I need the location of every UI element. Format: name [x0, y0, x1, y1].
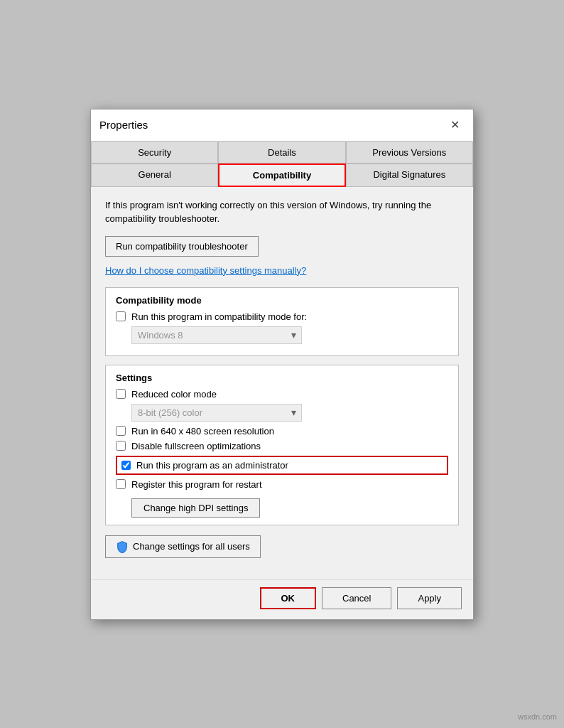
reduced-color-row: Reduced color mode: [116, 389, 448, 400]
reduced-color-checkbox[interactable]: [116, 389, 126, 399]
run-troubleshooter-button[interactable]: Run compatibility troubleshooter: [105, 236, 259, 257]
watermark: wsxdn.com: [518, 712, 557, 721]
tab-digital-signatures[interactable]: Digital Signatures: [346, 164, 473, 187]
change-all-users-label: Change settings for all users: [133, 541, 250, 552]
tabs-row2: General Compatibility Digital Signatures: [91, 164, 473, 187]
apply-button[interactable]: Apply: [397, 587, 462, 609]
compatibility-dropdown[interactable]: Windows 8 Windows 7 Windows Vista Window…: [131, 326, 302, 344]
properties-dialog: Properties ✕ Security Details Previous V…: [90, 109, 474, 620]
run-as-admin-row: Run this program as an administrator: [116, 456, 448, 475]
register-restart-label: Register this program for restart: [131, 479, 262, 490]
manual-link[interactable]: How do I choose compatibility settings m…: [105, 265, 459, 276]
disable-fullscreen-label: Disable fullscreen optimizations: [131, 441, 261, 451]
content-area: If this program isn't working correctly …: [91, 187, 473, 579]
run-as-admin-checkbox[interactable]: [121, 461, 131, 470]
tab-security[interactable]: Security: [91, 141, 218, 164]
tabs-row1: Security Details Previous Versions: [91, 141, 473, 164]
dialog-title: Properties: [99, 119, 148, 131]
run-640-row: Run in 640 x 480 screen resolution: [116, 426, 448, 437]
settings-section: Settings Reduced color mode 8-bit (256) …: [105, 365, 459, 525]
change-dpi-button[interactable]: Change high DPI settings: [131, 498, 260, 518]
reduced-color-label: Reduced color mode: [131, 389, 217, 400]
color-dropdown-wrapper: 8-bit (256) color 16-bit color: [131, 404, 302, 422]
title-bar: Properties ✕: [91, 109, 473, 141]
tab-previous-versions[interactable]: Previous Versions: [346, 141, 473, 164]
tab-compatibility[interactable]: Compatibility: [218, 164, 345, 187]
register-restart-checkbox[interactable]: [116, 479, 126, 489]
footer: OK Cancel Apply: [91, 579, 473, 619]
register-restart-row: Register this program for restart: [116, 479, 448, 490]
disable-fullscreen-row: Disable fullscreen optimizations: [116, 441, 448, 451]
compatibility-dropdown-wrapper: Windows 8 Windows 7 Windows Vista Window…: [131, 326, 302, 344]
info-text: If this program isn't working correctly …: [105, 198, 459, 226]
tab-general[interactable]: General: [91, 164, 218, 187]
run-640-label: Run in 640 x 480 screen resolution: [131, 426, 274, 437]
ok-button[interactable]: OK: [260, 587, 317, 609]
run-as-admin-label: Run this program as an administrator: [136, 460, 288, 471]
settings-label: Settings: [116, 373, 448, 383]
cancel-button[interactable]: Cancel: [322, 587, 391, 609]
disable-fullscreen-checkbox[interactable]: [116, 441, 126, 451]
close-button[interactable]: ✕: [445, 115, 465, 135]
compatibility-mode-checkbox-row: Run this program in compatibility mode f…: [116, 311, 448, 322]
compatibility-mode-label: Compatibility mode: [116, 295, 448, 306]
shield-icon: [116, 540, 129, 553]
tab-details[interactable]: Details: [218, 141, 345, 164]
color-dropdown[interactable]: 8-bit (256) color 16-bit color: [131, 404, 302, 422]
compatibility-mode-checkbox[interactable]: [116, 311, 126, 321]
run-640-checkbox[interactable]: [116, 426, 126, 436]
compatibility-mode-section: Compatibility mode Run this program in c…: [105, 287, 459, 356]
change-all-users-button[interactable]: Change settings for all users: [105, 535, 261, 558]
compatibility-mode-checkbox-label: Run this program in compatibility mode f…: [131, 311, 307, 322]
